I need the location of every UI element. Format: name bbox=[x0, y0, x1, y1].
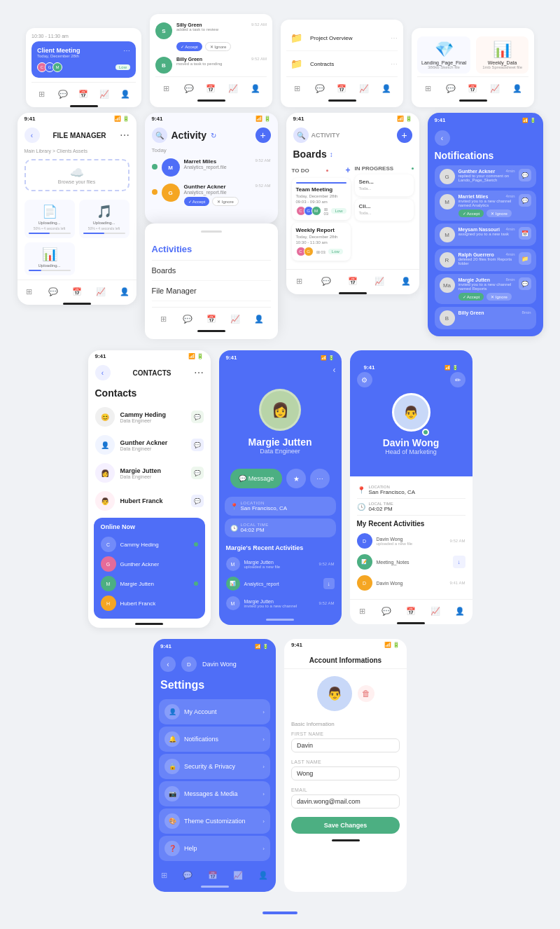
back-btn-contacts[interactable]: ‹ bbox=[95, 365, 111, 380]
more-folder-1[interactable]: ⋯ bbox=[391, 34, 398, 42]
profile-nav-4[interactable]: 👤 bbox=[510, 81, 524, 95]
download-icon-margie[interactable]: ↓ bbox=[323, 578, 335, 589]
grid-nav-settings[interactable]: ⊞ bbox=[161, 871, 167, 880]
contact-item-4[interactable]: 👨 Hubert Franck 💬 bbox=[88, 487, 211, 515]
calendar-nav-fm[interactable]: 📅 bbox=[70, 284, 84, 298]
settings-notifications[interactable]: 🔔 Notifications › bbox=[159, 727, 270, 752]
chat-nav-2[interactable]: 💬 bbox=[182, 81, 196, 95]
calendar-nav-settings[interactable]: 📅 bbox=[208, 871, 218, 880]
profile-nav-settings[interactable]: 👤 bbox=[258, 871, 268, 880]
first-name-input[interactable] bbox=[291, 738, 400, 752]
accept-notif-5[interactable]: ✓ Accept bbox=[458, 293, 484, 301]
contact-item-3[interactable]: 👩 Margie Jutten Data Engineer 💬 bbox=[88, 459, 211, 487]
chart-nav-3[interactable]: 📈 bbox=[357, 81, 371, 95]
grid-nav-fm[interactable]: ⊞ bbox=[22, 284, 36, 298]
more-folder-2[interactable]: ⋯ bbox=[391, 60, 398, 68]
accept-act-btn[interactable]: ✓ Accept bbox=[184, 197, 210, 206]
calendar-nav-4[interactable]: 📅 bbox=[465, 81, 479, 95]
add-todo-btn[interactable]: + bbox=[345, 165, 350, 175]
search-icon-boards[interactable]: 🔍 bbox=[293, 128, 309, 143]
activity-phone: 9:41 📶 🔋 🔍 Activity ↻ + Today bbox=[145, 113, 278, 223]
settings-theme[interactable]: 🎨 Theme Customization › bbox=[159, 808, 270, 834]
chat-nav-icon[interactable]: 💬 bbox=[56, 87, 70, 101]
grid-nav-icon[interactable]: ⊞ bbox=[35, 87, 49, 101]
last-name-input[interactable] bbox=[291, 766, 400, 780]
chat-nav-4[interactable]: 💬 bbox=[444, 81, 458, 95]
chart-nav-settings[interactable]: 📈 bbox=[233, 871, 243, 880]
email-input[interactable] bbox=[291, 794, 400, 808]
calendar-nav-3[interactable]: 📅 bbox=[335, 81, 349, 95]
add-activity-btn[interactable]: + bbox=[255, 128, 271, 143]
settings-my-account[interactable]: 👤 My Account › bbox=[159, 699, 270, 724]
accept-button-1[interactable]: ✓ Accept bbox=[176, 42, 202, 51]
modal-item-activities[interactable]: Activities bbox=[152, 238, 271, 261]
calendar-nav-modal[interactable]: 📅 bbox=[204, 312, 218, 326]
profile-nav-modal[interactable]: 👤 bbox=[252, 312, 266, 326]
chat-nav-boards[interactable]: 💬 bbox=[319, 274, 333, 288]
board-task-inprog-2[interactable]: Cli... Toda... bbox=[355, 199, 414, 221]
accept-notif-2[interactable]: ✓ Accept bbox=[458, 209, 484, 217]
chat-nav-3[interactable]: 💬 bbox=[313, 81, 327, 95]
ignore-act-btn[interactable]: ✕ Ignore bbox=[212, 197, 239, 206]
ignore-button-1[interactable]: ✕ Ignore bbox=[205, 42, 232, 51]
modal-item-boards[interactable]: Boards bbox=[152, 261, 271, 281]
grid-nav-3[interactable]: ⊞ bbox=[290, 81, 304, 95]
ignore-notif-2[interactable]: ✕ Ignore bbox=[486, 209, 512, 217]
back-btn-settings[interactable]: ‹ bbox=[160, 656, 176, 672]
grid-nav-boards[interactable]: ⊞ bbox=[293, 274, 307, 288]
browse-box[interactable]: ☁️ Browse your files bbox=[24, 159, 130, 191]
chat-nav-settings[interactable]: 💬 bbox=[183, 871, 192, 880]
board-task-team-meeting[interactable]: Team Meeting Today, December 28th 09:03 … bbox=[292, 178, 351, 220]
edit-btn-davin[interactable]: ✏ bbox=[450, 372, 465, 387]
profile-nav-icon[interactable]: 👤 bbox=[118, 87, 132, 101]
profile-nav-davin-active[interactable]: 👤 bbox=[453, 604, 467, 618]
settings-security[interactable]: 🔒 Security & Privacy › bbox=[159, 754, 270, 779]
profile-nav-2[interactable]: 👤 bbox=[248, 81, 262, 95]
modal-item-filemanager[interactable]: File Manager bbox=[152, 281, 271, 301]
message-margie-btn[interactable]: 💬 Message bbox=[230, 469, 283, 488]
board-task-inprog-1[interactable]: Sen... Toda... bbox=[355, 174, 414, 196]
back-button-fm[interactable]: ‹ bbox=[24, 128, 40, 143]
ignore-notif-5[interactable]: ✕ Ignore bbox=[486, 293, 512, 301]
calendar-nav-davin[interactable]: 📅 bbox=[404, 604, 418, 618]
grid-nav-davin[interactable]: ⊞ bbox=[355, 604, 369, 618]
profile-nav-boards[interactable]: 👤 bbox=[399, 274, 413, 288]
contact-item-2[interactable]: 👤 Gunther Ackner Data Engineer 💬 bbox=[88, 431, 211, 459]
chart-nav-icon[interactable]: 📈 bbox=[97, 87, 111, 101]
grid-nav-4[interactable]: ⊞ bbox=[421, 81, 435, 95]
delete-avatar-btn[interactable]: 🗑 bbox=[358, 685, 374, 702]
settings-btn-davin[interactable]: ⚙ bbox=[357, 372, 372, 387]
calendar-nav-2[interactable]: 📅 bbox=[204, 81, 218, 95]
chart-nav-boards[interactable]: 📈 bbox=[372, 274, 386, 288]
grid-nav-2[interactable]: ⊞ bbox=[160, 81, 174, 95]
refresh-icon[interactable]: ↻ bbox=[211, 132, 216, 139]
more-icon[interactable]: ⋯ bbox=[123, 47, 130, 55]
chart-nav-davin[interactable]: 📈 bbox=[428, 604, 442, 618]
chart-nav-modal[interactable]: 📈 bbox=[228, 312, 242, 326]
save-changes-btn[interactable]: Save Changes bbox=[291, 817, 400, 834]
profile-nav-3[interactable]: 👤 bbox=[379, 81, 393, 95]
more-margie-btn[interactable]: ⋯ bbox=[310, 469, 330, 488]
chat-nav-davin[interactable]: 💬 bbox=[379, 604, 393, 618]
contact-item-1[interactable]: 😊 Cammy Heding Data Engineer 💬 bbox=[88, 403, 211, 431]
profile-nav-fm[interactable]: 👤 bbox=[118, 284, 132, 298]
chart-nav-4[interactable]: 📈 bbox=[488, 81, 502, 95]
back-icon-margie[interactable]: ‹ bbox=[333, 365, 336, 375]
search-icon-act[interactable]: 🔍 bbox=[152, 128, 167, 143]
star-margie-btn[interactable]: ★ bbox=[286, 469, 306, 488]
more-btn-fm[interactable]: ⋯ bbox=[120, 130, 130, 141]
calendar-nav-icon[interactable]: 📅 bbox=[76, 87, 90, 101]
board-task-weekly-report[interactable]: Weekly Report Today, December 28th 10:30… bbox=[292, 223, 351, 261]
settings-messages[interactable]: 📷 Messages & Media › bbox=[159, 781, 270, 806]
chart-nav-2-active[interactable]: 📈 bbox=[226, 81, 240, 95]
boards-sort-icon[interactable]: ↕ bbox=[330, 151, 333, 158]
calendar-nav-boards[interactable]: 📅 bbox=[346, 274, 360, 288]
back-btn-notif[interactable]: ‹ bbox=[435, 130, 450, 146]
more-btn-contacts[interactable]: ⋯ bbox=[194, 367, 204, 378]
add-boards-btn[interactable]: + bbox=[397, 128, 412, 143]
chat-nav-modal[interactable]: 💬 bbox=[181, 312, 195, 326]
settings-help[interactable]: ❓ Help › bbox=[159, 836, 270, 861]
grid-nav-modal[interactable]: ⊞ bbox=[157, 312, 171, 326]
chart-nav-fm[interactable]: 📈 bbox=[94, 284, 108, 298]
chat-nav-fm[interactable]: 💬 bbox=[46, 284, 60, 298]
